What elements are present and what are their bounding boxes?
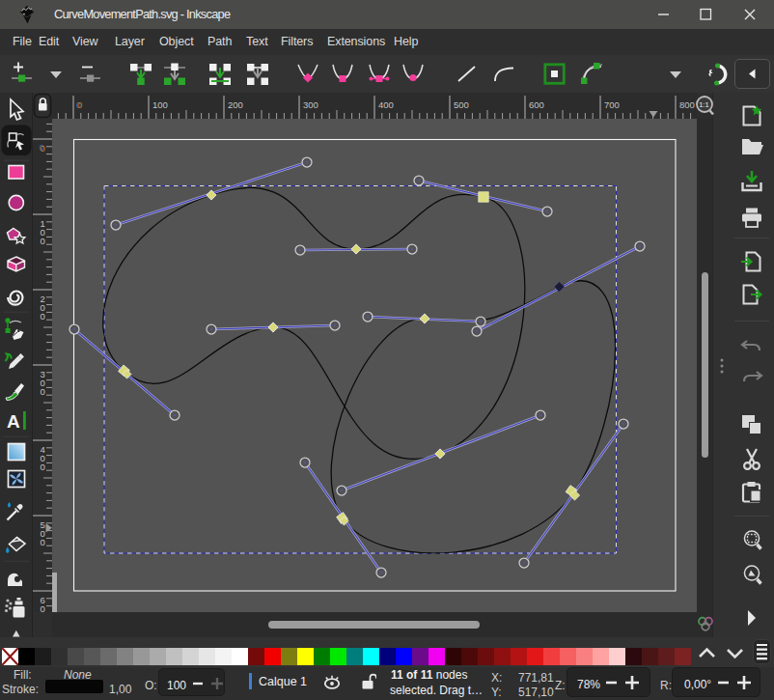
svg-text:400: 400 bbox=[378, 99, 394, 110]
svg-text:0: 0 bbox=[41, 603, 45, 612]
svg-text:0: 0 bbox=[41, 236, 45, 246]
svg-text:700: 700 bbox=[604, 99, 620, 110]
svg-text:A: A bbox=[7, 411, 20, 432]
svg-text:0: 0 bbox=[41, 386, 45, 397]
svg-text:200: 200 bbox=[228, 99, 243, 110]
svg-text:0: 0 bbox=[41, 462, 45, 472]
svg-text:600: 600 bbox=[529, 99, 544, 110]
svg-text:0: 0 bbox=[77, 99, 82, 110]
svg-text:0: 0 bbox=[41, 311, 45, 322]
svg-text:500: 500 bbox=[454, 99, 469, 110]
svg-text:0: 0 bbox=[41, 143, 45, 154]
svg-text:300: 300 bbox=[303, 99, 318, 110]
svg-text:1:1: 1:1 bbox=[699, 100, 708, 109]
svg-text:100: 100 bbox=[152, 99, 168, 110]
svg-text:800: 800 bbox=[679, 99, 695, 110]
svg-text:0: 0 bbox=[41, 537, 45, 547]
